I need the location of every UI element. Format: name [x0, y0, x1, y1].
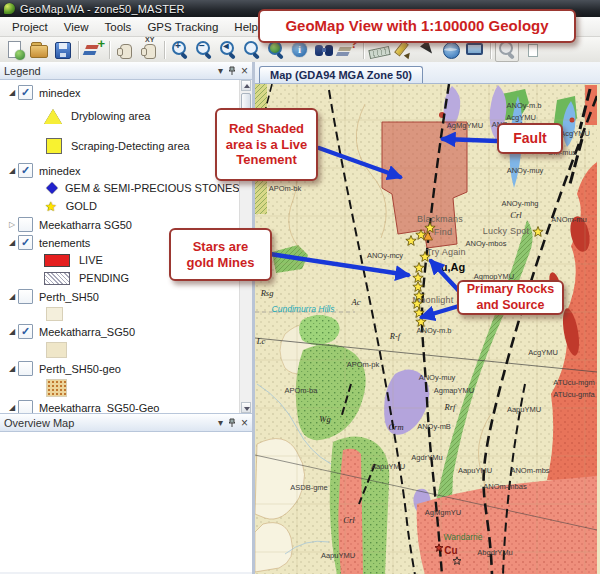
new-map-icon[interactable]: [4, 39, 26, 61]
layer-label: Perth_SH50: [39, 291, 99, 303]
callout-live-tenement-text: Red Shaded: [217, 121, 316, 137]
square-swatch-icon: [46, 138, 62, 154]
layer-checkbox[interactable]: ✓: [18, 361, 33, 376]
legend-item: GEM & SEMI-PRECIOUS STONES: [44, 179, 240, 197]
layer-checkbox[interactable]: ✓: [18, 400, 33, 414]
expander-expanded-icon[interactable]: ◢: [6, 238, 18, 247]
legend-layer-perth-sh50[interactable]: ◢✓Perth_SH50: [6, 288, 240, 305]
layer-checkbox[interactable]: ✓: [18, 217, 33, 232]
scroll-down-icon[interactable]: [241, 402, 251, 413]
legend-item: Scraping-Detecting area: [44, 131, 240, 161]
legend-close-icon[interactable]: ×: [241, 66, 248, 76]
layer-label: Meekatharra_SG50: [39, 326, 135, 338]
legend-layer-minedex[interactable]: ◢✓minedex: [6, 162, 240, 179]
menu-gps-tracking[interactable]: GPS Tracking: [139, 19, 226, 35]
layer-checkbox[interactable]: ✓: [18, 163, 33, 178]
layer-label: Meekatharra_SG50-Geo: [39, 402, 159, 414]
callout-live-tenement: Red Shadedarea is a LiveTenement: [215, 108, 318, 181]
layer-label: Perth_SH50-geo: [39, 363, 121, 375]
legend-item-label: Dryblowing area: [71, 110, 150, 122]
app-logo-icon: [4, 3, 15, 14]
legend-layer-meekatharra-sg50-geo[interactable]: ◢✓Meekatharra_SG50-Geo: [6, 399, 240, 414]
layer-thumbnail: [46, 379, 67, 397]
expander-expanded-icon[interactable]: ◢: [6, 403, 18, 412]
legend-layer-perth-sh50-geo[interactable]: ◢✓Perth_SH50-geo: [6, 360, 240, 377]
callout-primary-rocks-text: Primary Rocks: [459, 282, 562, 297]
annotation-arrow: [431, 261, 459, 291]
identify-icon-glyph: i: [292, 43, 307, 56]
window-title: GeoMap.WA - zone50_MASTER: [20, 3, 185, 15]
annotation-arrow: [443, 139, 497, 141]
callout-primary-rocks: Primary Rocksand Source: [457, 280, 564, 315]
gold-mine-star: [412, 299, 422, 309]
red-star-marker: [435, 544, 443, 552]
overview-panel-title: Overview Map: [4, 417, 74, 429]
menu-view[interactable]: View: [56, 19, 97, 35]
pan-icon[interactable]: [114, 39, 136, 61]
expander-expanded-icon[interactable]: ◢: [6, 327, 18, 336]
legend-panel-header: Legend ▾ ×: [0, 62, 252, 80]
layer-checkbox[interactable]: ✓: [18, 324, 33, 339]
gold-mine-star: [420, 252, 430, 262]
save-icon[interactable]: [52, 39, 74, 61]
expander-expanded-icon[interactable]: ◢: [6, 88, 18, 97]
callout-gold-mines: Stars aregold Mines: [169, 228, 272, 281]
callout-geomap-view: GeoMap View with 1:100000 Geology: [258, 9, 576, 43]
layer-checkbox[interactable]: ✓: [18, 85, 33, 100]
toolbar-separator: [78, 41, 79, 59]
callout-primary-rocks-text: and Source: [459, 298, 562, 313]
layer-thumbnail: [46, 342, 67, 358]
overview-dropdown-icon[interactable]: ▾: [218, 418, 223, 428]
toolbar-separator: [490, 41, 491, 59]
callout-geomap-view-text: GeoMap View with 1:100000 Geology: [260, 17, 574, 35]
legend-item-label: LIVE: [79, 254, 103, 266]
zoom-in-icon[interactable]: +: [169, 39, 191, 61]
menu-project[interactable]: Project: [4, 19, 56, 35]
legend-item-label: GOLD: [66, 200, 97, 212]
add-layer-icon-glyph: +: [97, 36, 105, 51]
legend-layer-meekatharra-sg50[interactable]: ◢✓Meekatharra_SG50: [6, 323, 240, 340]
legend-item: ★GOLD: [44, 197, 240, 215]
hollow-star-marker: [453, 557, 461, 565]
add-layer-icon[interactable]: +: [83, 39, 105, 61]
toolbar-separator: [109, 41, 110, 59]
gold-mine-star: [533, 227, 543, 237]
overview-pin-icon[interactable]: [228, 418, 236, 428]
legend-panel-title: Legend: [4, 65, 41, 77]
overview-map-body[interactable]: [0, 432, 252, 572]
layer-checkbox[interactable]: ✓: [18, 235, 33, 250]
menu-tools[interactable]: Tools: [97, 19, 140, 35]
overview-panel-header: Overview Map ▾ ×: [0, 414, 252, 432]
toolbar-separator: [164, 41, 165, 59]
layer-label: Meekatharra SG50: [39, 219, 132, 231]
expander-expanded-icon[interactable]: ◢: [6, 364, 18, 373]
gold-mine-star: [425, 223, 435, 233]
layer-checkbox[interactable]: ✓: [18, 289, 33, 304]
application-window: GeoMap.WA - zone50_MASTER ProjectViewToo…: [0, 0, 600, 574]
open-project-icon[interactable]: [28, 39, 50, 61]
overview-close-icon[interactable]: ×: [241, 418, 248, 428]
gold-mine-star: [414, 291, 424, 301]
expander-expanded-icon[interactable]: ◢: [6, 292, 18, 301]
zoom-in-icon-glyph: +: [173, 41, 183, 51]
tab-map-gda94[interactable]: Map (GDA94 MGA Zone 50): [259, 66, 423, 83]
expander-expanded-icon[interactable]: ◢: [6, 166, 18, 175]
zoom-out-icon-glyph: −: [197, 41, 207, 51]
expander-collapsed-icon[interactable]: ▷: [6, 220, 18, 229]
scroll-up-icon[interactable]: [241, 80, 251, 91]
rect-live-swatch-icon: [44, 254, 70, 267]
callout-live-tenement-text: Tenement: [217, 152, 316, 168]
zoom-previous-icon[interactable]: ◂: [217, 39, 239, 61]
xy-pan-icon-glyph: XY: [145, 36, 154, 43]
triangle-swatch-icon: [44, 109, 62, 124]
legend-dropdown-icon[interactable]: ▾: [218, 66, 223, 76]
legend-pin-icon[interactable]: [228, 66, 236, 76]
layer-thumbnail: [46, 307, 63, 321]
callout-gold-mines-text: gold Mines: [171, 255, 270, 271]
diamond-swatch-icon: [46, 182, 57, 193]
legend-layer-minedex[interactable]: ◢✓minedex: [6, 84, 240, 101]
zoom-out-icon[interactable]: −: [193, 39, 215, 61]
xy-pan-icon[interactable]: XY: [138, 39, 160, 61]
zoom-previous-icon-glyph: ◂: [221, 41, 231, 51]
gold-mine-star: [414, 263, 424, 273]
